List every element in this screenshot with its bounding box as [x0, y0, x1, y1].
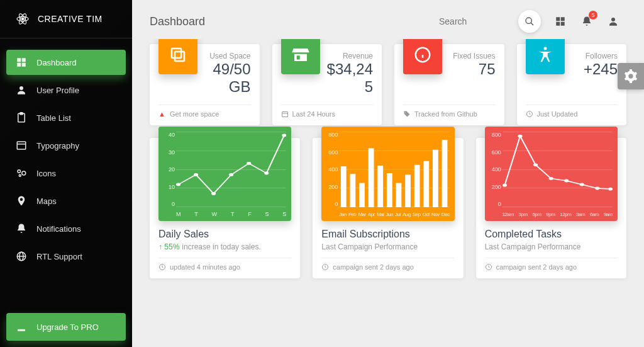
clock-icon [321, 263, 329, 271]
svg-line-20 [531, 23, 533, 25]
bell-icon [15, 222, 28, 235]
brand[interactable]: CREATIVE TIM [0, 0, 132, 38]
calendar-icon [281, 110, 289, 118]
chart-email-subs: 8006004002000 JanFebMarAprMaiJunJulAugSe… [321, 127, 454, 221]
upgrade-button[interactable]: Upgrade To PRO [6, 313, 126, 341]
stat-card-fixed-issues: Fixed Issues75 Tracked from Github [394, 44, 504, 125]
globe-icon [15, 250, 28, 263]
sidebar-item-notifications[interactable]: Notifications [6, 216, 126, 241]
svg-rect-4 [17, 58, 21, 62]
chart-card-completed-tasks: 8006004002000 12am3pm6pm9pm12pm3am6am9am… [476, 138, 626, 278]
info-icon [403, 39, 442, 74]
dashboard-top-icon[interactable] [553, 14, 567, 28]
gear-icon [624, 69, 638, 83]
stat-value: $34,245 [325, 60, 374, 96]
copy-icon [158, 39, 197, 74]
accessibility-icon [526, 39, 565, 74]
svg-point-61 [579, 183, 584, 186]
svg-rect-45 [359, 183, 365, 207]
svg-rect-43 [341, 166, 347, 207]
sidebar-item-dashboard[interactable]: Dashboard [6, 50, 126, 75]
svg-rect-24 [561, 22, 565, 26]
svg-rect-46 [369, 148, 374, 207]
topbar: Dashboard 5 [132, 0, 644, 39]
clock-icon [485, 263, 492, 271]
sidebar-item-icons[interactable]: Icons [6, 161, 126, 186]
svg-rect-50 [406, 174, 411, 207]
settings-floating-button[interactable] [618, 63, 644, 89]
svg-rect-6 [17, 63, 21, 67]
svg-rect-44 [350, 174, 356, 207]
sidebar-item-label: RTL Support [36, 252, 82, 261]
sidebar-item-rtl[interactable]: RTL Support [6, 244, 126, 269]
dashboard-icon [15, 56, 28, 69]
svg-rect-5 [22, 58, 26, 62]
sidebar-item-label: Table List [36, 113, 71, 123]
svg-point-19 [526, 18, 531, 23]
svg-point-41 [282, 134, 286, 137]
stat-row: Used Space49/50 GB ▲Get more space Reven… [150, 44, 626, 125]
search-icon [525, 16, 535, 26]
stat-value: 75 [447, 60, 496, 78]
chart-footer: campaign sent 2 days ago [485, 258, 618, 271]
svg-point-37 [211, 192, 216, 195]
sidebar-item-label: Icons [36, 169, 56, 178]
page-title: Dashboard [150, 15, 205, 28]
store-icon [281, 39, 320, 74]
svg-rect-48 [387, 173, 392, 207]
chart-row: 403020100 MTWTFSS Daily Sales ↑ 55% incr… [150, 138, 626, 278]
svg-point-33 [543, 47, 547, 50]
stat-label: Followers [570, 52, 618, 60]
chart-subtitle: Last Campaign Performance [485, 242, 618, 251]
sidebar-item-label: User Profile [36, 86, 79, 95]
svg-rect-27 [172, 48, 181, 58]
react-icon [15, 11, 30, 26]
stat-card-used-space: Used Space49/50 GB ▲Get more space [150, 44, 260, 125]
search-input[interactable] [436, 13, 512, 30]
sidebar-item-typography[interactable]: Typography [6, 133, 126, 158]
search-button[interactable] [518, 10, 541, 33]
brand-name: CREATIVE TIM [38, 14, 103, 24]
sidebar-item-user-profile[interactable]: User Profile [6, 77, 126, 103]
bubble-icon [15, 167, 28, 179]
nav: Dashboard User Profile Table List Typogr… [0, 38, 132, 307]
chart-title: Completed Tasks [485, 229, 618, 240]
svg-rect-47 [378, 166, 384, 207]
svg-rect-54 [442, 140, 448, 207]
svg-point-57 [518, 135, 522, 138]
svg-rect-53 [433, 150, 438, 207]
account-top-icon[interactable] [606, 14, 620, 28]
warning-icon: ▲ [158, 110, 166, 118]
svg-point-25 [611, 18, 615, 21]
stat-footer: Tracked from Github [403, 105, 496, 118]
svg-rect-23 [556, 22, 560, 26]
svg-point-13 [18, 170, 21, 173]
content: Used Space49/50 GB ▲Get more space Reven… [132, 39, 644, 347]
chart-footer: campaign sent 2 days ago [321, 258, 454, 271]
svg-point-39 [247, 162, 251, 165]
chart-card-email-subs: 8006004002000 JanFebMarAprMaiJunJulAugSe… [313, 138, 463, 278]
upgrade-label: Upgrade To PRO [36, 322, 99, 332]
notification-badge: 5 [589, 11, 597, 20]
chart-subtitle: ↑ 55% increase in today sales. [158, 242, 291, 251]
arrow-up-icon: ↑ 55% [158, 242, 179, 251]
svg-point-59 [548, 177, 553, 180]
svg-rect-52 [424, 161, 430, 207]
svg-rect-49 [396, 183, 402, 207]
sidebar-item-table-list[interactable]: Table List [6, 105, 126, 130]
notifications-top-icon[interactable]: 5 [580, 14, 594, 28]
svg-point-63 [608, 188, 613, 191]
svg-point-38 [229, 173, 233, 176]
sidebar-item-label: Maps [36, 196, 57, 206]
sidebar-item-label: Dashboard [36, 58, 77, 67]
upgrade-wrap: Upgrade To PRO [0, 307, 132, 347]
main: Dashboard 5 Used Space49/50 GB ▲Get more… [132, 0, 644, 347]
stat-footer[interactable]: ▲Get more space [158, 105, 251, 118]
pin-icon [15, 195, 28, 207]
stat-label: Fixed Issues [447, 52, 496, 60]
svg-rect-11 [17, 142, 26, 149]
sidebar-item-maps[interactable]: Maps [6, 188, 126, 213]
sidebar: CREATIVE TIM Dashboard User Profile Tabl… [0, 0, 132, 347]
tag-icon [403, 110, 411, 118]
chart-title: Daily Sales [158, 229, 291, 240]
